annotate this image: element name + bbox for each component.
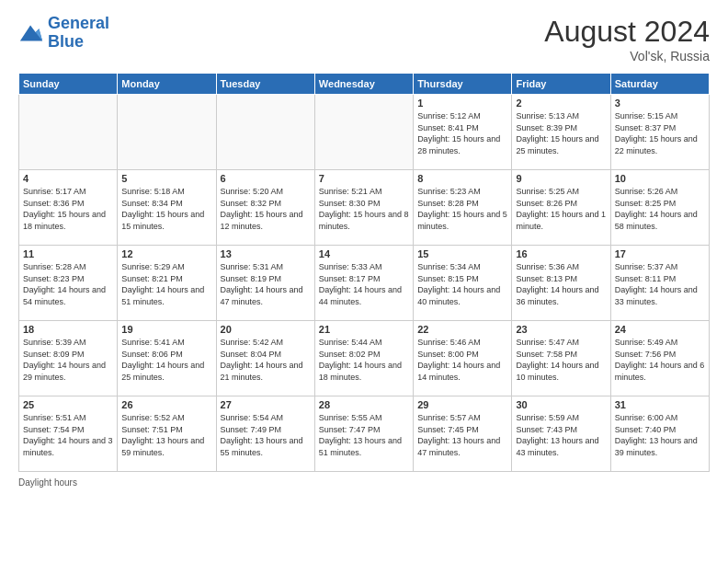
day-cell: 9 Sunrise: 5:25 AMSunset: 8:26 PMDayligh… bbox=[512, 170, 610, 246]
header-row: SundayMondayTuesdayWednesdayThursdayFrid… bbox=[19, 74, 710, 95]
day-number: 9 bbox=[516, 173, 606, 184]
col-header-wednesday: Wednesday bbox=[314, 74, 413, 95]
day-cell: 16 Sunrise: 5:36 AMSunset: 8:13 PMDaylig… bbox=[512, 246, 610, 321]
header: General Blue August 2024 Vol'sk, Russia bbox=[18, 15, 710, 63]
day-cell: 5 Sunrise: 5:18 AMSunset: 8:34 PMDayligh… bbox=[118, 170, 216, 246]
col-header-friday: Friday bbox=[512, 74, 610, 95]
day-number: 26 bbox=[121, 399, 211, 410]
day-number: 6 bbox=[221, 173, 311, 184]
day-cell: 21 Sunrise: 5:44 AMSunset: 8:02 PMDaylig… bbox=[314, 321, 413, 396]
day-cell: 26 Sunrise: 5:52 AMSunset: 7:51 PMDaylig… bbox=[118, 396, 216, 472]
logo-text: General Blue bbox=[48, 15, 109, 52]
day-number: 22 bbox=[417, 324, 507, 335]
day-cell: 25 Sunrise: 5:51 AMSunset: 7:54 PMDaylig… bbox=[19, 396, 118, 472]
day-cell: 14 Sunrise: 5:33 AMSunset: 8:17 PMDaylig… bbox=[314, 246, 413, 321]
day-cell: 27 Sunrise: 5:54 AMSunset: 7:49 PMDaylig… bbox=[216, 396, 314, 472]
day-number: 23 bbox=[516, 324, 606, 335]
day-number: 21 bbox=[319, 324, 409, 335]
day-info: Sunrise: 5:34 AMSunset: 8:15 PMDaylight:… bbox=[417, 261, 507, 307]
day-info: Sunrise: 5:49 AMSunset: 7:56 PMDaylight:… bbox=[615, 337, 705, 383]
day-info: Sunrise: 5:21 AMSunset: 8:30 PMDaylight:… bbox=[319, 186, 409, 232]
day-info: Sunrise: 5:37 AMSunset: 8:11 PMDaylight:… bbox=[615, 261, 705, 307]
day-cell: 17 Sunrise: 5:37 AMSunset: 8:11 PMDaylig… bbox=[610, 246, 709, 321]
day-cell bbox=[314, 95, 413, 170]
day-info: Sunrise: 5:39 AMSunset: 8:09 PMDaylight:… bbox=[23, 337, 113, 383]
week-row-4: 25 Sunrise: 5:51 AMSunset: 7:54 PMDaylig… bbox=[19, 396, 710, 472]
page: General Blue August 2024 Vol'sk, Russia … bbox=[0, 0, 728, 497]
month-title: August 2024 bbox=[544, 15, 710, 49]
day-cell bbox=[118, 95, 216, 170]
day-cell: 7 Sunrise: 5:21 AMSunset: 8:30 PMDayligh… bbox=[314, 170, 413, 246]
day-number: 15 bbox=[417, 248, 507, 259]
logo-line1: General bbox=[48, 14, 109, 32]
week-row-0: 1 Sunrise: 5:12 AMSunset: 8:41 PMDayligh… bbox=[19, 95, 710, 170]
footer-note: Daylight hours bbox=[18, 477, 710, 488]
day-cell: 3 Sunrise: 5:15 AMSunset: 8:37 PMDayligh… bbox=[610, 95, 709, 170]
day-info: Sunrise: 5:26 AMSunset: 8:25 PMDaylight:… bbox=[615, 186, 705, 232]
day-info: Sunrise: 5:17 AMSunset: 8:36 PMDaylight:… bbox=[23, 186, 113, 232]
day-number: 13 bbox=[221, 248, 311, 259]
col-header-sunday: Sunday bbox=[19, 74, 118, 95]
day-cell: 6 Sunrise: 5:20 AMSunset: 8:32 PMDayligh… bbox=[216, 170, 314, 246]
day-info: Sunrise: 5:12 AMSunset: 8:41 PMDaylight:… bbox=[417, 110, 507, 156]
day-number: 16 bbox=[516, 248, 606, 259]
day-info: Sunrise: 5:18 AMSunset: 8:34 PMDaylight:… bbox=[121, 186, 211, 232]
day-number: 7 bbox=[319, 173, 409, 184]
day-info: Sunrise: 5:55 AMSunset: 7:47 PMDaylight:… bbox=[319, 412, 409, 458]
day-cell: 22 Sunrise: 5:46 AMSunset: 8:00 PMDaylig… bbox=[414, 321, 512, 396]
footer-text: Daylight hours bbox=[18, 477, 77, 488]
day-info: Sunrise: 5:25 AMSunset: 8:26 PMDaylight:… bbox=[516, 186, 606, 232]
day-number: 3 bbox=[615, 98, 705, 109]
day-cell: 28 Sunrise: 5:55 AMSunset: 7:47 PMDaylig… bbox=[314, 396, 413, 472]
day-info: Sunrise: 5:44 AMSunset: 8:02 PMDaylight:… bbox=[319, 337, 409, 383]
day-info: Sunrise: 5:46 AMSunset: 8:00 PMDaylight:… bbox=[417, 337, 507, 383]
day-cell: 8 Sunrise: 5:23 AMSunset: 8:28 PMDayligh… bbox=[414, 170, 512, 246]
logo-line2: Blue bbox=[48, 32, 84, 51]
week-row-3: 18 Sunrise: 5:39 AMSunset: 8:09 PMDaylig… bbox=[19, 321, 710, 396]
day-number: 27 bbox=[221, 399, 311, 410]
day-number: 1 bbox=[417, 98, 507, 109]
day-number: 28 bbox=[319, 399, 409, 410]
day-cell: 11 Sunrise: 5:28 AMSunset: 8:23 PMDaylig… bbox=[19, 246, 118, 321]
day-number: 30 bbox=[516, 399, 606, 410]
day-info: Sunrise: 5:36 AMSunset: 8:13 PMDaylight:… bbox=[516, 261, 606, 307]
day-cell: 2 Sunrise: 5:13 AMSunset: 8:39 PMDayligh… bbox=[512, 95, 610, 170]
day-cell bbox=[216, 95, 314, 170]
day-cell: 24 Sunrise: 5:49 AMSunset: 7:56 PMDaylig… bbox=[610, 321, 709, 396]
day-info: Sunrise: 6:00 AMSunset: 7:40 PMDaylight:… bbox=[615, 412, 705, 458]
day-number: 5 bbox=[121, 173, 211, 184]
day-number: 10 bbox=[615, 173, 705, 184]
day-info: Sunrise: 5:31 AMSunset: 8:19 PMDaylight:… bbox=[221, 261, 311, 307]
location: Vol'sk, Russia bbox=[544, 49, 710, 63]
day-cell: 12 Sunrise: 5:29 AMSunset: 8:21 PMDaylig… bbox=[118, 246, 216, 321]
day-info: Sunrise: 5:42 AMSunset: 8:04 PMDaylight:… bbox=[221, 337, 311, 383]
day-cell: 1 Sunrise: 5:12 AMSunset: 8:41 PMDayligh… bbox=[414, 95, 512, 170]
title-block: August 2024 Vol'sk, Russia bbox=[544, 15, 710, 63]
day-number: 24 bbox=[615, 324, 705, 335]
day-cell: 4 Sunrise: 5:17 AMSunset: 8:36 PMDayligh… bbox=[19, 170, 118, 246]
day-info: Sunrise: 5:54 AMSunset: 7:49 PMDaylight:… bbox=[221, 412, 311, 458]
day-number: 25 bbox=[23, 399, 113, 410]
day-info: Sunrise: 5:59 AMSunset: 7:43 PMDaylight:… bbox=[516, 412, 606, 458]
day-info: Sunrise: 5:33 AMSunset: 8:17 PMDaylight:… bbox=[319, 261, 409, 307]
col-header-monday: Monday bbox=[118, 74, 216, 95]
day-info: Sunrise: 5:15 AMSunset: 8:37 PMDaylight:… bbox=[615, 110, 705, 156]
day-info: Sunrise: 5:57 AMSunset: 7:45 PMDaylight:… bbox=[417, 412, 507, 458]
day-info: Sunrise: 5:28 AMSunset: 8:23 PMDaylight:… bbox=[23, 261, 113, 307]
col-header-tuesday: Tuesday bbox=[216, 74, 314, 95]
day-cell: 18 Sunrise: 5:39 AMSunset: 8:09 PMDaylig… bbox=[19, 321, 118, 396]
day-number: 4 bbox=[23, 173, 113, 184]
day-number: 20 bbox=[221, 324, 311, 335]
logo: General Blue bbox=[18, 15, 109, 52]
day-number: 12 bbox=[121, 248, 211, 259]
day-number: 11 bbox=[23, 248, 113, 259]
day-number: 29 bbox=[417, 399, 507, 410]
day-cell bbox=[19, 95, 118, 170]
week-row-1: 4 Sunrise: 5:17 AMSunset: 8:36 PMDayligh… bbox=[19, 170, 710, 246]
logo-icon bbox=[18, 20, 44, 46]
day-number: 19 bbox=[121, 324, 211, 335]
col-header-thursday: Thursday bbox=[414, 74, 512, 95]
day-cell: 15 Sunrise: 5:34 AMSunset: 8:15 PMDaylig… bbox=[414, 246, 512, 321]
day-number: 14 bbox=[319, 248, 409, 259]
day-number: 18 bbox=[23, 324, 113, 335]
